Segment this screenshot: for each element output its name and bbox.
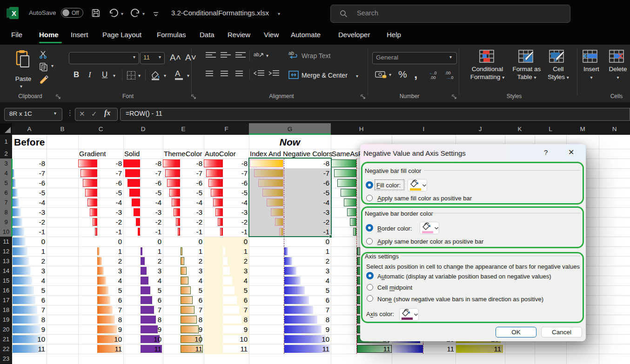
svg-text:.0: .0: [450, 75, 454, 80]
svg-text:X: X: [12, 9, 16, 17]
svg-text:ab: ab: [254, 52, 259, 57]
svg-text:.00: .00: [430, 75, 436, 80]
svg-text:ab: ab: [288, 50, 294, 56]
svg-text:.0: .0: [433, 71, 437, 75]
